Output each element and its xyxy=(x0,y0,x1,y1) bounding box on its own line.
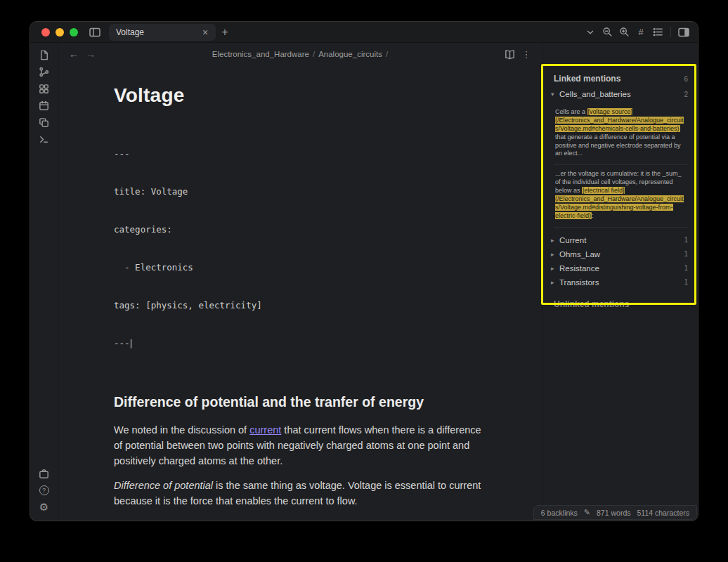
tab-list-chevron-icon[interactable] xyxy=(582,24,599,41)
breadcrumb: Electronics_and_Hardware / Analogue_circ… xyxy=(212,50,388,58)
linked-mentions-label: Linked mentions xyxy=(554,74,620,84)
calendar-icon[interactable] xyxy=(36,97,53,114)
chevron-right-icon[interactable]: ▸ xyxy=(551,237,559,244)
text-cursor xyxy=(131,339,131,348)
snippet-text: that generate a difference of potential … xyxy=(555,133,681,157)
view-actions: ⋮ xyxy=(501,46,542,63)
paragraph: We noted in the discussion of current th… xyxy=(114,422,486,469)
linked-mentions-header[interactable]: Linked mentions 6 xyxy=(554,74,688,84)
internal-link-current[interactable]: current xyxy=(249,424,281,436)
editor-content[interactable]: Voltage --- title: Voltage categories: -… xyxy=(58,65,542,521)
paragraph: Difference of potential is the same thin… xyxy=(114,478,486,509)
frontmatter-line: categories: xyxy=(114,223,486,236)
backlink-group-resistance[interactable]: ▸ Resistance 1 xyxy=(551,261,688,275)
outline-pane-icon[interactable] xyxy=(649,24,666,41)
backlink-group-current[interactable]: ▸ Current 1 xyxy=(551,233,688,247)
help-glyph: ? xyxy=(39,485,49,495)
chevron-right-icon[interactable]: ▸ xyxy=(551,251,559,258)
chevron-down-icon[interactable]: ▾ xyxy=(551,91,559,98)
frontmatter-line: title: Voltage xyxy=(114,185,486,198)
paragraph: Without voltage there can be no current … xyxy=(114,518,486,521)
reading-mode-icon[interactable] xyxy=(501,46,518,63)
chevron-right-icon[interactable]: ▸ xyxy=(551,265,559,272)
window-controls xyxy=(30,28,86,37)
view-header: ← → Electronics_and_Hardware / Analogue_… xyxy=(58,43,542,65)
linked-mentions-count: 6 xyxy=(684,75,688,83)
backlink-group-name: Resistance xyxy=(559,264,599,273)
unlinked-mentions-header[interactable]: Unlinked mentions xyxy=(554,299,688,309)
breadcrumb-folder[interactable]: Electronics_and_Hardware xyxy=(212,50,309,58)
workspace: ? ⚙ ← → Electronics_and_Hardware / Analo… xyxy=(30,43,698,521)
frontmatter-line: --- xyxy=(114,337,486,350)
app-window: Voltage × + # xyxy=(30,21,698,521)
emphasized-text: Difference of potential xyxy=(114,480,213,491)
snippet-text: Cells are a xyxy=(555,108,587,115)
frontmatter[interactable]: --- title: Voltage categories: - Electro… xyxy=(114,122,486,375)
backlink-group-name: Ohms_Law xyxy=(559,250,600,259)
back-arrow-icon[interactable]: ← xyxy=(65,46,82,63)
breadcrumb-separator: / xyxy=(386,50,388,58)
backlink-group-name: Current xyxy=(559,236,586,244)
nav-arrows: ← → xyxy=(58,46,99,63)
ribbon-bottom: ? ⚙ xyxy=(36,465,53,516)
backlink-group-name: Cells_and_batteries xyxy=(559,90,631,98)
help-icon[interactable]: ? xyxy=(36,482,53,499)
snippet-text: : xyxy=(592,212,594,219)
backlink-group-count: 1 xyxy=(684,250,688,258)
left-ribbon: ? ⚙ xyxy=(30,43,58,521)
backlink-group-cells-and-batteries[interactable]: ▾ Cells_and_batteries 2 xyxy=(551,90,688,98)
backlink-result[interactable]: Cells are a [voltage source](/Electronic… xyxy=(554,103,688,164)
close-window-button[interactable] xyxy=(41,28,50,37)
titlebar: Voltage × + # xyxy=(30,22,698,43)
editor-pane: ← → Electronics_and_Hardware / Analogue_… xyxy=(58,43,542,521)
backlink-group-count: 1 xyxy=(684,278,688,286)
right-sidebar-toggle-icon[interactable] xyxy=(675,24,692,41)
tab-title: Voltage xyxy=(116,27,199,37)
vault-switcher-icon[interactable] xyxy=(36,465,53,482)
titlebar-divider xyxy=(670,27,671,37)
backlink-result[interactable]: ...er the voltage is cumulative: it is t… xyxy=(554,164,688,226)
text-segment: We noted in the discussion of xyxy=(114,424,249,436)
backlinks-content: Linked mentions 6 ▾ Cells_and_batteries … xyxy=(542,43,698,309)
frontmatter-line: - Electronics xyxy=(114,261,486,274)
backlink-count-status[interactable]: 6 backlinks xyxy=(541,509,578,517)
more-options-icon[interactable]: ⋮ xyxy=(518,46,535,63)
status-bar: 6 backlinks ✎ 871 words 5114 characters xyxy=(533,505,697,520)
chevron-right-icon[interactable]: ▸ xyxy=(551,279,559,286)
forward-arrow-icon[interactable]: → xyxy=(82,46,99,63)
outgoing-links-pane-icon[interactable] xyxy=(616,24,632,41)
graph-view-icon[interactable] xyxy=(36,63,53,80)
canvas-grid-icon[interactable] xyxy=(36,80,53,97)
minimize-window-button[interactable] xyxy=(56,28,64,37)
page-title: Voltage xyxy=(114,81,486,111)
word-count-status: 871 words xyxy=(597,509,630,517)
breadcrumb-separator: / xyxy=(313,50,315,58)
backlinks-pane-icon[interactable] xyxy=(599,24,616,41)
tags-pane-icon[interactable]: # xyxy=(632,24,649,41)
backlink-group-count: 2 xyxy=(684,91,688,98)
section-heading: Difference of potential and the tranfer … xyxy=(114,392,486,413)
new-note-icon[interactable] xyxy=(36,46,53,63)
edit-mode-icon[interactable]: ✎ xyxy=(584,508,590,517)
backlink-group-count: 1 xyxy=(684,236,688,244)
backlink-group-count: 1 xyxy=(684,264,688,272)
left-sidebar-toggle-icon[interactable] xyxy=(86,24,103,41)
markdown-document: Voltage --- title: Voltage categories: -… xyxy=(114,65,486,521)
character-count-status: 5114 characters xyxy=(637,509,689,517)
backlink-results: Cells are a [voltage source](/Electronic… xyxy=(554,103,688,228)
zoom-window-button[interactable] xyxy=(70,28,78,37)
templates-icon[interactable] xyxy=(36,114,53,131)
frontmatter-line: tags: [physics, electricity] xyxy=(114,299,486,312)
terminal-icon[interactable] xyxy=(36,131,53,148)
settings-gear-icon[interactable]: ⚙ xyxy=(36,499,53,516)
backlink-group-ohms-law[interactable]: ▸ Ohms_Law 1 xyxy=(551,247,688,261)
new-tab-icon[interactable]: + xyxy=(216,26,234,39)
backlink-group-name: Transistors xyxy=(559,278,599,287)
frontmatter-line: --- xyxy=(114,148,486,160)
breadcrumb-subfolder[interactable]: Analogue_circuits xyxy=(318,50,382,58)
backlinks-pane: Linked mentions 6 ▾ Cells_and_batteries … xyxy=(542,43,698,521)
backlink-group-transistors[interactable]: ▸ Transistors 1 xyxy=(551,275,688,289)
tab-voltage[interactable]: Voltage × xyxy=(109,24,216,41)
tab-close-icon[interactable]: × xyxy=(199,27,212,38)
frontmatter-text: --- xyxy=(114,338,130,348)
